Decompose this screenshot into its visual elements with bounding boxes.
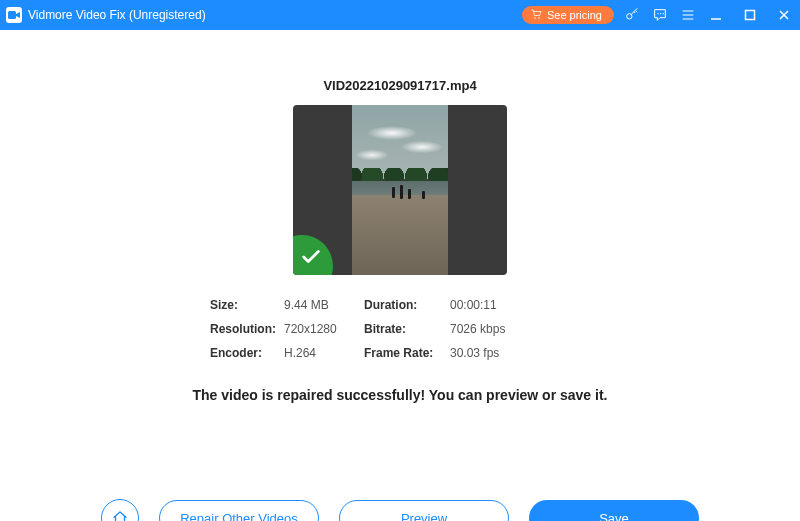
titlebar-tools <box>624 7 696 23</box>
button-label: Repair Other Videos <box>180 511 298 522</box>
minimize-icon[interactable] <box>708 7 724 23</box>
meta-row-encoder: Encoder: H.264 Frame Rate: 30.03 fps <box>210 341 590 365</box>
maximize-icon[interactable] <box>742 7 758 23</box>
see-pricing-label: See pricing <box>547 9 602 21</box>
success-message: The video is repaired successfully! You … <box>0 387 800 403</box>
preview-button[interactable]: Preview <box>339 500 509 521</box>
video-thumbnail <box>293 105 507 275</box>
titlebar-left: Vidmore Video Fix (Unregistered) <box>6 7 206 23</box>
meta-label: Bitrate: <box>364 322 450 336</box>
meta-label: Size: <box>210 298 284 312</box>
svg-point-2 <box>538 17 540 19</box>
svg-point-5 <box>660 13 661 14</box>
app-title: Vidmore Video Fix (Unregistered) <box>28 8 206 22</box>
window-controls <box>708 7 792 23</box>
see-pricing-button[interactable]: See pricing <box>522 6 614 24</box>
app-logo-icon <box>6 7 22 23</box>
repair-other-videos-button[interactable]: Repair Other Videos <box>159 500 319 521</box>
svg-point-4 <box>657 13 658 14</box>
meta-value: 30.03 fps <box>450 346 590 360</box>
svg-rect-0 <box>8 11 16 19</box>
meta-label: Frame Rate: <box>364 346 450 360</box>
meta-value: 7026 kbps <box>450 322 590 336</box>
close-icon[interactable] <box>776 7 792 23</box>
meta-value: H.264 <box>284 346 364 360</box>
file-name: VID20221029091717.mp4 <box>0 78 800 93</box>
button-label: Save <box>599 511 629 522</box>
svg-point-6 <box>663 13 664 14</box>
meta-row-size: Size: 9.44 MB Duration: 00:00:11 <box>210 293 590 317</box>
home-icon <box>111 509 129 521</box>
svg-rect-7 <box>746 11 755 20</box>
save-button[interactable]: Save <box>529 500 699 521</box>
meta-value: 720x1280 <box>284 322 364 336</box>
meta-value: 00:00:11 <box>450 298 590 312</box>
meta-row-resolution: Resolution: 720x1280 Bitrate: 7026 kbps <box>210 317 590 341</box>
button-label: Preview <box>401 511 447 522</box>
key-icon[interactable] <box>624 7 640 23</box>
cart-icon <box>530 8 542 22</box>
home-button[interactable] <box>101 499 139 521</box>
meta-label: Duration: <box>364 298 450 312</box>
video-metadata: Size: 9.44 MB Duration: 00:00:11 Resolut… <box>210 293 590 365</box>
svg-point-3 <box>627 14 632 19</box>
meta-label: Encoder: <box>210 346 284 360</box>
feedback-icon[interactable] <box>652 7 668 23</box>
svg-point-1 <box>534 17 536 19</box>
action-bar: Repair Other Videos Preview Save <box>0 499 800 521</box>
meta-label: Resolution: <box>210 322 284 336</box>
success-check-icon <box>293 235 333 275</box>
content-area: VID20221029091717.mp4 Size: 9.44 MB Dura… <box>0 78 800 521</box>
titlebar: Vidmore Video Fix (Unregistered) See pri… <box>0 0 800 30</box>
menu-icon[interactable] <box>680 7 696 23</box>
meta-value: 9.44 MB <box>284 298 364 312</box>
